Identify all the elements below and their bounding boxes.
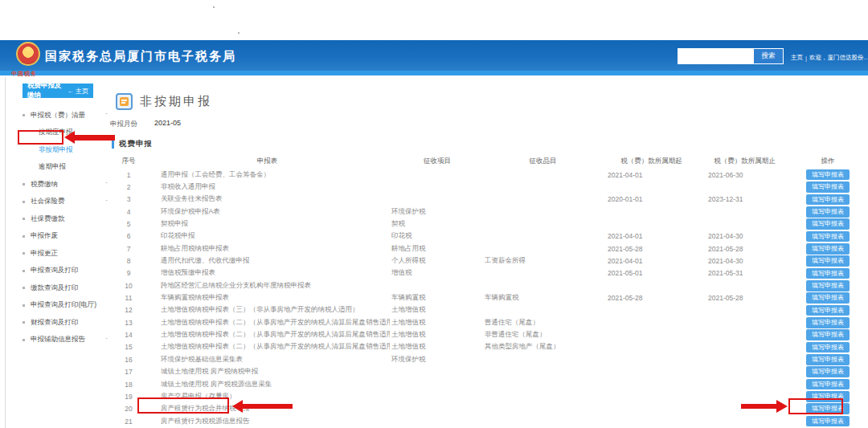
table-row: 16 环境保护税基础信息采集表 环境保护税 填写申报表: [113, 353, 868, 365]
row-form-name: 关联业务往来报告表: [145, 194, 390, 204]
sidebar-item[interactable]: 申报查询及打印(电厅): [14, 297, 113, 315]
fill-declaration-button[interactable]: 填写申报表: [806, 268, 850, 279]
bullet-icon: [23, 218, 25, 220]
row-period-start: 2020-01-01: [601, 195, 702, 203]
annotation-arrow-body: [741, 404, 777, 409]
sidebar-item[interactable]: 逾期申报: [14, 159, 113, 177]
site-title: 国家税务总局厦门市电子税务局: [45, 49, 236, 64]
fill-declaration-button[interactable]: 填写申报表: [806, 366, 850, 377]
row-period-start: 2021-05-28: [601, 294, 702, 302]
row-number: 12: [113, 306, 145, 314]
row-levy-item: 土地增值税: [390, 318, 485, 328]
table-row: 9 增值税预缴申报表 增值税 2021-05-01 2021-05-31 填写申…: [113, 267, 868, 279]
period-value: 2021-05: [154, 119, 181, 127]
sidebar-item-label: 申报查询及打印: [31, 266, 79, 275]
row-form-name: 契税申报: [145, 219, 390, 229]
row-number: 17: [113, 368, 145, 376]
fill-declaration-button[interactable]: 填写申报表: [806, 181, 850, 193]
row-form-name: 土地增值税纳税申报表（二）（从事房地产开发的纳税人清算后尾盘销售适用）: [145, 318, 390, 328]
search-button[interactable]: 搜索: [754, 49, 783, 63]
section-accent-bar: [112, 140, 114, 149]
row-number: 18: [113, 381, 145, 389]
row-form-name: 房产租赁行为税税源信息报告: [145, 417, 390, 426]
column-header-cat: 征收品目: [485, 155, 601, 168]
row-period-start: 2021-04-01: [601, 171, 702, 179]
fill-declaration-button[interactable]: 填写申报表: [806, 416, 850, 427]
home-link[interactable]: 主页: [791, 54, 803, 62]
sidebar-item[interactable]: 申报辅助信息报告 ˇ: [14, 332, 113, 349]
sidebar-item[interactable]: 缴款查询及打印: [14, 279, 113, 297]
row-period-end: 2021-05-28: [702, 245, 788, 253]
chevron-down-icon: ˇ: [105, 112, 108, 119]
row-levy-item: 土地增值税: [390, 330, 485, 340]
fill-declaration-button[interactable]: 填写申报表: [806, 231, 850, 243]
table-row: 14 土地增值税纳税申报表（二）（从事房地产开发的纳税人清算后尾盘销售适用） 土…: [113, 328, 868, 340]
fill-declaration-button[interactable]: 填写申报表: [806, 379, 850, 390]
row-levy-item: 车辆购置税: [390, 293, 485, 303]
row-number: 11: [113, 294, 145, 302]
table-row: 11 车辆购置税纳税申报表 车辆购置税 车辆购置税 2021-05-28 202…: [113, 291, 868, 304]
fill-declaration-button[interactable]: 填写申报表: [806, 292, 850, 304]
row-period-end: 2021-04-30: [702, 232, 788, 240]
app-window: ★ 中国税务 国家税务总局厦门市电子税务局 搜索 主页 | 欢迎，厦门信达股份……: [0, 0, 868, 428]
fill-declaration-button[interactable]: 填写申报表: [806, 280, 850, 291]
row-form-name: 环境保护税申报A表: [145, 207, 390, 217]
row-number: 3: [113, 195, 145, 203]
sidebar-item[interactable]: 申报查询及打印: [14, 263, 113, 280]
search-input[interactable]: [678, 49, 754, 63]
sidebar-item-label: 财报查询及打印: [31, 318, 79, 328]
sidebar-item-label: 社保费缴款: [31, 214, 65, 224]
bullet-icon: [23, 270, 25, 272]
bullet-icon: [23, 183, 25, 185]
sidebar-item[interactable]: 申报作废: [14, 228, 113, 246]
row-period-start: 2021-05-28: [601, 245, 702, 253]
row-form-name: 通用代扣代缴、代收代缴申报: [145, 256, 390, 266]
row-levy-category: 工资薪金所得: [485, 256, 601, 266]
table-row: 1 通用申报（工会经费、工会筹备金） 2021-04-01 2021-06-30…: [113, 169, 868, 181]
row-period-start: 2021-04-01: [601, 232, 702, 240]
row-levy-item: 契税: [390, 219, 485, 229]
sidebar-item-label: 申报辅助信息报告: [31, 335, 85, 344]
section-title: 税费申报: [119, 139, 153, 149]
fill-declaration-button[interactable]: 填写申报表: [806, 169, 850, 181]
row-levy-item: 个人所得税: [390, 256, 485, 266]
table-row: 3 关联业务往来报告表 2020-01-01 2023-12-31 填写申报表: [113, 194, 868, 206]
sidebar-home-link[interactable]: ← 主页: [68, 87, 88, 96]
table-row: 12 土地增值税纳税申报表（三）（非从事房地产开发的纳税人适用） 土地增值税 填…: [113, 304, 868, 316]
fill-declaration-button[interactable]: 填写申报表: [806, 305, 850, 316]
row-number: 2: [113, 183, 145, 191]
fill-declaration-button[interactable]: 填写申报表: [806, 194, 850, 206]
row-levy-item: 耕地占用税: [390, 244, 485, 254]
fill-declaration-button[interactable]: 填写申报表: [806, 206, 850, 218]
row-form-name: 增值税预缴申报表: [145, 268, 390, 278]
column-header-item: 征收项目: [390, 155, 485, 168]
fill-declaration-button[interactable]: 填写申报表: [806, 317, 850, 328]
annotation-arrow-body: [242, 404, 293, 409]
row-levy-item: 环境保护税: [390, 207, 485, 217]
sidebar-item[interactable]: 申报更正: [14, 245, 113, 263]
row-form-name: 城镇土地使用税 房产税纳税申报: [145, 367, 390, 377]
chevron-down-icon: ˇ: [105, 181, 108, 188]
fill-declaration-button[interactable]: 填写申报表: [806, 255, 850, 267]
row-number: 21: [113, 418, 145, 426]
table-row: 15 土地增值税纳税申报表（二）（从事房地产开发的纳税人清算后尾盘销售适用） 土…: [113, 341, 868, 353]
sidebar-item-label: 申报税（费）清册: [31, 111, 85, 120]
period-label: 申报月份: [110, 120, 137, 129]
annotation-box-row20: [137, 397, 229, 414]
fill-declaration-button[interactable]: 填写申报表: [806, 218, 850, 230]
sidebar-item[interactable]: 社会保险费 ˇ: [14, 194, 113, 211]
row-period-end: 2021-06-30: [702, 171, 788, 179]
row-number: 16: [113, 356, 145, 364]
fill-declaration-button[interactable]: 填写申报表: [806, 243, 850, 255]
fill-declaration-button[interactable]: 填写申报表: [806, 354, 850, 365]
sidebar-item[interactable]: 申报税（费）清册 ˇ: [14, 107, 113, 124]
annotation-arrow-right-icon: [776, 400, 788, 413]
fill-declaration-button[interactable]: 填写申报表: [806, 342, 850, 353]
sidebar-item[interactable]: 财报查询及打印: [14, 314, 113, 332]
sidebar-item[interactable]: 税费缴纳 ˇ: [14, 176, 113, 194]
row-number: 1: [113, 171, 145, 179]
row-levy-item: 环境保护税: [390, 355, 485, 365]
row-number: 4: [113, 208, 145, 216]
fill-declaration-button[interactable]: 填写申报表: [806, 329, 850, 340]
sidebar-item[interactable]: 社保费缴款: [14, 210, 113, 228]
